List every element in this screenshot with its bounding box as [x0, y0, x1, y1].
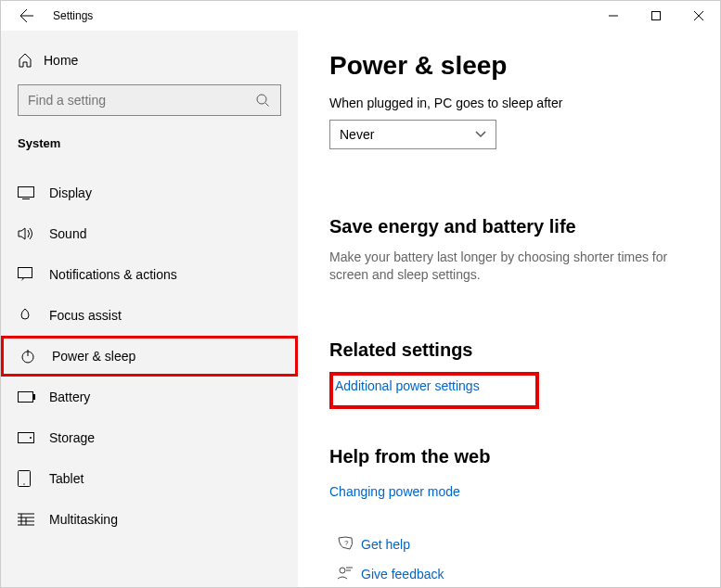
arrow-left-icon	[19, 8, 34, 23]
home-icon	[18, 53, 44, 68]
sidebar-item-display[interactable]: Display	[1, 173, 298, 213]
maximize-icon	[651, 11, 661, 20]
give-feedback-link[interactable]: Give feedback	[361, 567, 444, 582]
sidebar-item-notifications[interactable]: Notifications & actions	[1, 254, 298, 295]
svg-point-12	[340, 568, 345, 573]
focus-assist-icon	[18, 308, 49, 323]
sidebar-item-label: Display	[49, 185, 92, 200]
sidebar-item-focus-assist[interactable]: Focus assist	[1, 295, 298, 336]
svg-point-1	[257, 95, 266, 104]
search-input[interactable]	[18, 84, 281, 116]
sidebar-item-label: Multitasking	[49, 512, 118, 527]
main-content: Power & sleep When plugged in, PC goes t…	[298, 31, 720, 587]
tablet-icon	[18, 470, 49, 487]
highlight-box: Additional power settings	[329, 372, 539, 409]
sidebar-item-battery[interactable]: Battery	[1, 377, 298, 417]
display-icon	[18, 186, 49, 199]
titlebar: Settings	[1, 1, 720, 31]
svg-rect-3	[19, 268, 32, 278]
sidebar-item-label: Power & sleep	[52, 349, 135, 364]
home-label: Home	[44, 53, 78, 68]
sleep-label: When plugged in, PC goes to sleep after	[329, 96, 689, 110]
energy-body: Make your battery last longer by choosin…	[329, 249, 673, 284]
multitasking-icon	[18, 513, 49, 526]
svg-rect-0	[652, 12, 661, 20]
feedback-icon	[329, 566, 361, 582]
sidebar-section-header: System	[1, 127, 298, 173]
changing-power-mode-link[interactable]: Changing power mode	[329, 484, 689, 499]
related-heading: Related settings	[329, 339, 689, 361]
sidebar-item-tablet[interactable]: Tablet	[1, 458, 298, 499]
svg-text:?: ?	[344, 539, 349, 547]
svg-rect-6	[33, 394, 35, 400]
sidebar-item-storage[interactable]: Storage	[1, 417, 298, 458]
sidebar-item-label: Notifications & actions	[49, 267, 177, 282]
back-button[interactable]	[12, 1, 42, 31]
search-field[interactable]	[28, 93, 256, 108]
svg-point-10	[23, 483, 24, 484]
dropdown-value: Never	[340, 127, 475, 142]
sidebar-item-label: Battery	[49, 390, 90, 404]
sound-icon	[18, 226, 49, 241]
maximize-button[interactable]	[635, 1, 677, 31]
sidebar: Home System Display Sound	[1, 31, 298, 587]
battery-icon	[18, 391, 49, 403]
chevron-down-icon	[475, 131, 486, 138]
sidebar-item-label: Focus assist	[49, 308, 122, 323]
sidebar-item-label: Storage	[49, 430, 95, 445]
get-help-icon: ?	[329, 536, 361, 553]
get-help-link[interactable]: Get help	[361, 537, 410, 552]
minimize-icon	[609, 11, 618, 20]
page-title: Power & sleep	[329, 51, 689, 81]
svg-rect-2	[19, 187, 34, 198]
storage-icon	[18, 432, 49, 443]
search-icon	[256, 94, 271, 107]
notifications-icon	[18, 267, 49, 282]
sidebar-item-power-sleep[interactable]: Power & sleep	[1, 336, 298, 377]
close-icon	[694, 11, 703, 20]
help-heading: Help from the web	[329, 446, 689, 467]
power-icon	[20, 349, 52, 364]
sidebar-item-multitasking[interactable]: Multitasking	[1, 499, 298, 540]
svg-rect-5	[19, 392, 33, 403]
sleep-dropdown[interactable]: Never	[329, 120, 496, 149]
sidebar-item-label: Sound	[49, 226, 86, 241]
minimize-button[interactable]	[592, 1, 635, 31]
home-nav[interactable]: Home	[1, 47, 298, 73]
window-title: Settings	[53, 9, 93, 22]
svg-point-8	[30, 437, 32, 439]
close-button[interactable]	[677, 1, 720, 31]
energy-heading: Save energy and battery life	[329, 216, 689, 237]
sidebar-nav-list: Display Sound Notifications & actions Fo…	[1, 173, 298, 587]
sidebar-item-label: Tablet	[49, 471, 84, 486]
sidebar-item-sound[interactable]: Sound	[1, 213, 298, 254]
additional-power-settings-link[interactable]: Additional power settings	[335, 378, 480, 393]
